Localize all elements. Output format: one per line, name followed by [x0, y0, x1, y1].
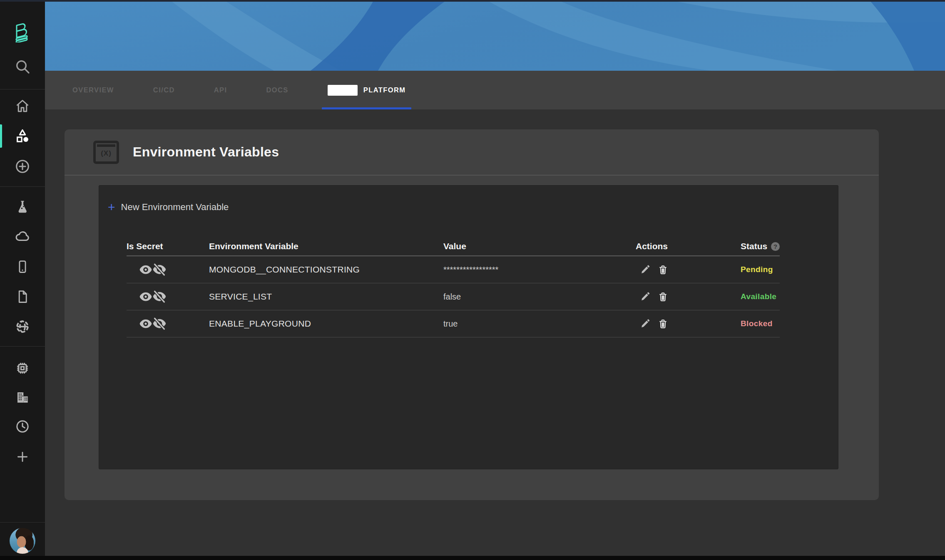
home-icon	[15, 99, 30, 114]
stack-logo	[12, 19, 33, 42]
status-label: Pending	[741, 265, 780, 274]
tab-label: API	[214, 86, 227, 94]
env-var-value: false	[443, 292, 636, 302]
delete-icon[interactable]	[657, 318, 669, 330]
new-env-variable-button[interactable]: + New Environment Variable	[108, 201, 229, 214]
sidebar	[0, 0, 45, 560]
app-logo[interactable]	[0, 19, 45, 42]
sidebar-item-cloud[interactable]	[0, 225, 45, 248]
flask-icon	[15, 199, 30, 214]
sidebar-item-home[interactable]	[0, 94, 45, 118]
col-header-actions: Actions	[636, 241, 741, 251]
sidebar-item-documents[interactable]	[0, 285, 45, 308]
page-title: Environment Variables	[133, 144, 279, 160]
tab-label: OVERVIEW	[72, 86, 114, 94]
sidebar-divider	[0, 346, 45, 347]
eye-icon[interactable]	[139, 318, 152, 330]
sidebar-item-add[interactable]	[0, 155, 45, 178]
col-header-value: Value	[443, 241, 636, 251]
eye-off-icon[interactable]	[152, 317, 167, 330]
sidebar-item-services[interactable]	[0, 124, 45, 148]
sidebar-item-organization[interactable]	[0, 386, 45, 409]
sidebar-divider	[0, 186, 45, 187]
platform-logo-box	[328, 85, 358, 96]
chip-icon	[15, 361, 30, 376]
plus-icon: +	[108, 201, 115, 213]
sidebar-item-global[interactable]	[0, 315, 45, 338]
card-header: (X) Environment Variables	[65, 129, 879, 176]
window-bottom-edge	[0, 556, 945, 560]
env-var-name: MONGODB__CONNECTIONSTRING	[209, 265, 443, 275]
tab-docs[interactable]: DOCS	[266, 71, 288, 109]
building-icon	[15, 390, 30, 405]
env-var-name: SERVICE_LIST	[209, 292, 443, 302]
eye-icon[interactable]	[139, 264, 152, 275]
edit-icon[interactable]	[640, 264, 651, 275]
document-icon	[15, 290, 30, 304]
environment-variables-card: (X) Environment Variables + New Environm…	[65, 129, 879, 500]
user-avatar[interactable]	[10, 528, 35, 554]
status-help-icon[interactable]: ?	[771, 242, 780, 251]
cloud-icon	[15, 228, 30, 244]
sidebar-item-history[interactable]	[0, 415, 45, 438]
add-circle-icon	[15, 159, 30, 174]
clock-icon	[15, 419, 30, 434]
sidebar-item-mobile[interactable]	[0, 255, 45, 278]
tab-label: DOCS	[266, 86, 288, 94]
env-var-value: *****************	[443, 265, 636, 275]
window-top-edge	[0, 0, 945, 2]
tab-bar: OVERVIEWCI/CDAPIDOCSPLATFORM	[45, 71, 945, 109]
sidebar-divider	[0, 522, 45, 523]
edit-icon[interactable]	[640, 318, 651, 329]
sidebar-item-compute[interactable]	[0, 357, 45, 380]
mobile-icon	[15, 260, 30, 274]
plus-icon	[15, 450, 30, 464]
edit-icon[interactable]	[640, 291, 651, 302]
shapes-icon	[15, 128, 30, 144]
tab-ci-cd[interactable]: CI/CD	[153, 71, 175, 109]
table-row: MONGODB__CONNECTIONSTRING **************…	[127, 256, 780, 283]
env-var-name: ENABLE_PLAYGROUND	[209, 319, 443, 329]
status-label: Blocked	[741, 319, 780, 328]
eye-icon[interactable]	[139, 291, 152, 302]
sidebar-divider	[0, 89, 45, 89]
delete-icon[interactable]	[657, 291, 669, 302]
tab-platform[interactable]: PLATFORM	[328, 71, 406, 109]
tab-api[interactable]: API	[214, 71, 227, 109]
tab-label: CI/CD	[153, 86, 175, 94]
env-var-value: true	[443, 319, 636, 329]
table-row: ENABLE_PLAYGROUND true Blocked	[127, 310, 780, 337]
search-button[interactable]	[0, 55, 45, 78]
hero-banner	[45, 0, 945, 71]
status-label: Available	[741, 292, 780, 301]
tab-label: PLATFORM	[363, 86, 406, 94]
eye-off-icon[interactable]	[152, 263, 167, 276]
col-header-name: Environment Variable	[209, 241, 443, 251]
col-header-is-secret: Is Secret	[127, 241, 209, 251]
table-row: SERVICE_LIST false Available	[127, 283, 780, 310]
window-x-icon: (X)	[93, 141, 119, 164]
delete-icon[interactable]	[657, 264, 669, 275]
new-env-variable-label: New Environment Variable	[121, 202, 229, 213]
app-window: OVERVIEWCI/CDAPIDOCSPLATFORM (X) Environ…	[0, 0, 945, 560]
globe-icon	[15, 319, 30, 334]
tab-overview[interactable]: OVERVIEW	[72, 71, 114, 109]
banner-art	[45, 0, 945, 71]
search-icon	[14, 58, 31, 75]
env-variables-table: Is Secret Environment Variable Value Act…	[127, 237, 780, 337]
env-variables-panel: + New Environment Variable Is Secret Env…	[99, 185, 838, 469]
sidebar-item-new[interactable]	[0, 445, 45, 468]
sidebar-item-experiments[interactable]	[0, 195, 45, 218]
col-header-status: Status	[741, 241, 767, 251]
eye-off-icon[interactable]	[152, 290, 167, 303]
table-header-row: Is Secret Environment Variable Value Act…	[127, 237, 780, 256]
